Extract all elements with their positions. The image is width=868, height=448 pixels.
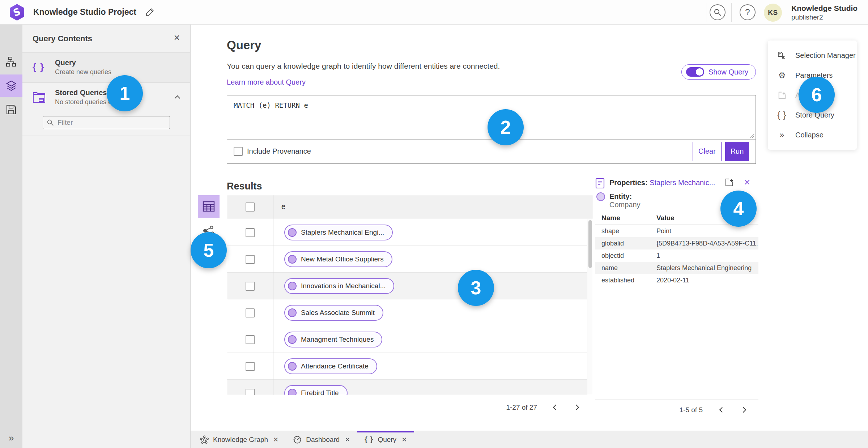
run-button[interactable]: Run <box>725 142 749 161</box>
row-checkbox[interactable] <box>246 308 255 317</box>
stored-queries-folder-icon <box>33 91 46 104</box>
selected-entity-link[interactable]: Staplers Mechanic... <box>650 179 715 187</box>
table-row[interactable]: New Metal Office Suppliers <box>227 246 593 273</box>
entity-dot-icon <box>288 228 297 237</box>
next-page-button[interactable] <box>574 404 578 411</box>
help-button[interactable]: ? <box>740 4 756 20</box>
select-all-checkbox[interactable] <box>246 202 255 212</box>
include-provenance-checkbox[interactable] <box>234 147 243 156</box>
panel-item-query[interactable]: { } Query Create new queries <box>22 53 190 83</box>
chevron-left-icon <box>553 405 559 410</box>
row-checkbox[interactable] <box>246 389 255 395</box>
row-checkbox[interactable] <box>246 255 255 264</box>
property-row[interactable]: shape Point <box>595 225 758 237</box>
entity-pill[interactable]: Attendance Certificate <box>284 358 377 374</box>
edit-title-icon[interactable] <box>145 7 155 17</box>
close-properties-button[interactable]: ✕ <box>744 178 750 187</box>
clear-button[interactable]: Clear <box>693 142 722 161</box>
entity-pill-label: New Metal Office Suppliers <box>301 255 384 263</box>
results-table-header: e <box>227 195 593 219</box>
results-table-body: Staplers Mechanical Engi... New Metal Of… <box>227 219 593 395</box>
table-row[interactable]: Managment Techniques <box>227 326 593 353</box>
close-tab-icon[interactable]: ✕ <box>401 436 407 444</box>
add-to-selection-icon <box>776 91 787 100</box>
search-icon <box>47 119 54 126</box>
menu-item-selection-manager[interactable]: Selection Manager <box>768 46 857 65</box>
callout-2: 2 <box>488 109 524 145</box>
previous-page-button[interactable] <box>554 404 558 411</box>
tab-label: Knowledge Graph <box>213 436 268 444</box>
learn-more-link[interactable]: Learn more about Query <box>227 78 306 86</box>
scrollbar-thumb[interactable] <box>588 220 592 268</box>
table-row[interactable]: Innovations in Mechanical... <box>227 273 593 299</box>
rail-item-contents[interactable] <box>0 74 22 97</box>
pagination-range: 1-27 of 27 <box>506 404 537 411</box>
property-value: Point <box>656 227 758 235</box>
entity-type: Company <box>609 201 641 209</box>
property-name: established <box>595 277 656 284</box>
table-view-button[interactable] <box>198 195 220 218</box>
property-name: objectid <box>595 252 656 260</box>
entity-pill-label: Sales Associate Summit <box>301 309 375 317</box>
header-divider <box>731 3 732 22</box>
tab-knowledge-graph[interactable]: Knowledge Graph ✕ <box>193 431 286 448</box>
previous-page-button[interactable] <box>720 407 724 413</box>
rail-item-save[interactable] <box>0 98 22 121</box>
property-name: name <box>595 264 656 272</box>
table-row[interactable]: Firebird Title <box>227 380 593 395</box>
entity-pill[interactable]: Managment Techniques <box>284 332 382 347</box>
user-block[interactable]: Knowledge Studio publisher2 <box>791 4 858 21</box>
query-contents-panel: Query Contents ✕ { } Query Create new qu… <box>22 25 191 448</box>
table-row[interactable]: Staplers Mechanical Engi... <box>227 219 593 246</box>
entity-pill[interactable]: Firebird Title <box>284 385 348 395</box>
property-row[interactable]: globalid {5D9B4713-F98D-4A53-A59F-C11... <box>595 237 758 249</box>
add-to-selection-button[interactable] <box>724 178 734 187</box>
results-scrollbar[interactable] <box>587 219 593 395</box>
menu-item-collapse[interactable]: » Collapse <box>768 125 857 145</box>
table-row[interactable]: Attendance Certificate <box>227 353 593 380</box>
column-header-e: e <box>281 202 285 211</box>
table-row[interactable]: Sales Associate Summit <box>227 299 593 326</box>
entity-pill[interactable]: Staplers Mechanical Engi... <box>284 225 393 240</box>
next-page-button[interactable] <box>741 407 745 413</box>
entity-pill[interactable]: Sales Associate Summit <box>284 305 383 321</box>
search-button[interactable] <box>710 4 726 20</box>
knowledge-studio-app: S Knowledge Studio Project ? KS Knowledg… <box>0 0 868 448</box>
callout-6: 6 <box>799 77 835 113</box>
show-query-toggle[interactable]: Show Query <box>681 64 756 80</box>
chevron-up-icon <box>175 95 180 101</box>
filter-input[interactable] <box>58 119 166 127</box>
properties-doc-icon <box>595 178 605 189</box>
rail-item-schema[interactable] <box>0 51 22 73</box>
entity-pill-label: Innovations in Mechanical... <box>301 282 386 290</box>
row-checkbox[interactable] <box>246 362 255 371</box>
property-name: globalid <box>595 240 656 247</box>
panel-title: Query Contents <box>33 34 92 43</box>
tab-dashboard[interactable]: Dashboard ✕ <box>286 431 357 448</box>
row-checkbox[interactable] <box>246 335 255 344</box>
row-checkbox[interactable] <box>246 228 255 237</box>
close-panel-button[interactable]: ✕ <box>171 33 182 44</box>
panel-header: Query Contents ✕ <box>22 25 190 53</box>
entity-pill[interactable]: Innovations in Mechanical... <box>284 278 394 294</box>
user-avatar[interactable]: KS <box>764 4 782 22</box>
close-tab-icon[interactable]: ✕ <box>273 436 278 444</box>
resize-handle[interactable] <box>750 133 754 138</box>
stored-queries-filter[interactable] <box>43 116 170 129</box>
panel-item-stored-queries[interactable]: Stored Queries No stored queries exist <box>22 83 190 136</box>
entity-pill-label: Staplers Mechanical Engi... <box>301 229 384 236</box>
toggle-switch[interactable] <box>686 67 704 77</box>
project-title: Knowledge Studio Project <box>33 7 136 17</box>
property-row[interactable]: established 2020-02-11 <box>595 274 758 286</box>
collapse-section-button[interactable] <box>175 95 179 102</box>
property-row[interactable]: objectid 1 <box>595 249 758 262</box>
double-chevron-right-icon: » <box>776 130 787 140</box>
chevron-right-icon <box>741 407 746 413</box>
property-row[interactable]: name Staplers Mechanical Engineering <box>595 262 758 274</box>
tab-query[interactable]: { } Query ✕ <box>357 431 414 448</box>
expand-rail-button[interactable]: » <box>0 431 22 445</box>
entity-pill[interactable]: New Metal Office Suppliers <box>284 251 392 267</box>
close-tab-icon[interactable]: ✕ <box>345 436 350 444</box>
properties-title: Properties: Staplers Mechanic... <box>609 179 715 187</box>
row-checkbox[interactable] <box>246 282 255 291</box>
